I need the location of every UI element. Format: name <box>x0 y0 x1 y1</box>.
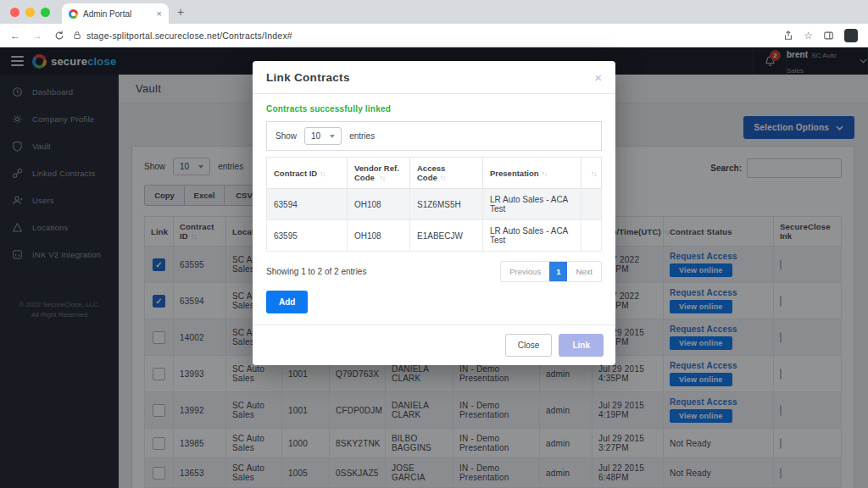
col-contract-id[interactable]: Contract ID↑↓ <box>267 158 348 189</box>
tab-close-icon[interactable]: × <box>157 8 162 19</box>
table-info: Showing 1 to 2 of 2 entries <box>266 267 366 276</box>
modal-close-icon[interactable]: × <box>594 71 602 84</box>
modal-footer: Close Link <box>253 324 615 365</box>
tab-title: Admin Portal <box>83 9 152 19</box>
maximize-window-button[interactable] <box>41 8 50 17</box>
modal-header-row: Contract ID↑↓ Vendor Ref. Code ↑↓ Access… <box>267 158 602 189</box>
sort-icon: ↑↓ <box>440 174 446 182</box>
col-access-code[interactable]: Access Code↑↓ <box>410 158 483 189</box>
browser-tab[interactable]: Admin Portal × <box>62 3 169 24</box>
screen: Admin Portal × + ← → stage-splitportal.s… <box>0 0 868 488</box>
forward-icon[interactable]: → <box>32 30 42 42</box>
back-icon[interactable]: ← <box>10 30 20 42</box>
col-empty[interactable]: ↑↓ <box>581 158 602 189</box>
table-row: 63595OH108 E1ABECJWLR Auto Sales - ACA T… <box>267 220 602 252</box>
link-button[interactable]: Link <box>559 334 604 357</box>
sort-icon: ↑↓ <box>379 174 385 182</box>
next-page-button[interactable]: Next <box>567 262 601 281</box>
col-presentation[interactable]: Presentation↑↓ <box>483 158 581 189</box>
reload-icon[interactable] <box>54 30 64 41</box>
linked-contracts-table: Contract ID↑↓ Vendor Ref. Code ↑↓ Access… <box>266 157 602 252</box>
show-label: Show <box>275 131 297 141</box>
col-vendor-ref-code[interactable]: Vendor Ref. Code ↑↓ <box>348 158 410 189</box>
close-window-button[interactable] <box>10 8 19 17</box>
modal-header: Link Contracts × <box>253 61 615 94</box>
bookmark-star-icon[interactable]: ☆ <box>804 30 813 42</box>
minimize-window-button[interactable] <box>25 8 35 17</box>
new-tab-button[interactable]: + <box>177 5 184 19</box>
address-url[interactable]: stage-splitportal.secureclose.net/Contra… <box>86 30 292 41</box>
browser-urlbar: ← → stage-splitportal.secureclose.net/Co… <box>0 24 868 47</box>
side-panel-icon[interactable] <box>823 30 834 41</box>
sort-icon: ↑↓ <box>591 169 597 178</box>
previous-page-button[interactable]: Previous <box>501 262 549 281</box>
share-icon[interactable] <box>783 30 793 41</box>
pagination: Previous 1 Next <box>500 261 602 282</box>
modal-length-control: Show 10 entries <box>266 121 602 151</box>
modal-body: Contracts successfully linked Show 10 en… <box>253 94 615 324</box>
modal-page-size-select[interactable]: 10 <box>304 127 342 145</box>
window-controls <box>10 8 50 17</box>
modal-title: Link Contracts <box>266 71 350 84</box>
sort-icon: ↑↓ <box>320 169 326 178</box>
success-message: Contracts successfully linked <box>266 104 602 114</box>
modal-table-info-row: Showing 1 to 2 of 2 entries Previous 1 N… <box>266 261 602 282</box>
browser-profile-avatar[interactable] <box>844 29 858 42</box>
table-row: 63594OH108 S1Z6MS5HLR Auto Sales - ACA T… <box>267 189 602 220</box>
entries-label: entries <box>349 131 375 141</box>
browser-tabstrip: Admin Portal × + <box>0 0 868 24</box>
sort-icon: ↑↓ <box>542 169 548 178</box>
page-size-value: 10 <box>311 131 320 141</box>
close-button[interactable]: Close <box>505 334 553 357</box>
caret-down-icon <box>330 135 335 138</box>
page-1-button[interactable]: 1 <box>549 262 567 281</box>
padlock-icon <box>73 30 81 40</box>
site-favicon <box>69 9 78 19</box>
add-button[interactable]: Add <box>266 291 308 313</box>
link-contracts-modal: Link Contracts × Contracts successfully … <box>253 61 615 365</box>
